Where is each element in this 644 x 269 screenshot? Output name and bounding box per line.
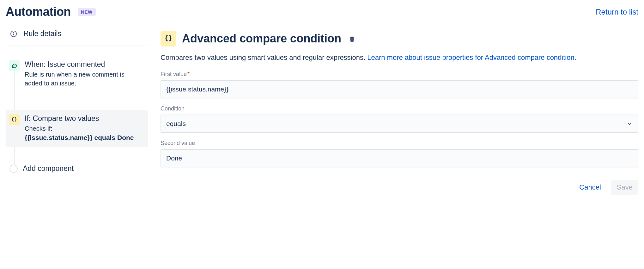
step-title: When: Issue commented [25, 60, 143, 69]
first-value-field: First value* [161, 71, 638, 98]
trash-icon [348, 35, 356, 42]
panel-desc-text: Compares two values using smart values a… [161, 53, 367, 61]
first-value-label: First value [161, 71, 187, 77]
rule-details-row[interactable]: Rule details [6, 25, 148, 46]
step-title: If: Compare two values [25, 114, 143, 123]
second-value-input[interactable] [161, 149, 638, 167]
condition-select[interactable] [161, 115, 638, 133]
svg-point-2 [13, 32, 14, 33]
step-desc-prefix: Checks if: [25, 125, 52, 132]
new-badge: NEW [78, 8, 96, 16]
second-value-label: Second value [161, 140, 638, 147]
header-left: Automation NEW [6, 5, 96, 19]
learn-more-link[interactable]: Learn more about issue properties for Ad… [367, 53, 576, 61]
braces-icon [9, 114, 20, 125]
step-body: When: Issue commented Rule is run when a… [25, 60, 143, 88]
second-value-field: Second value [161, 140, 638, 167]
step-desc: Rule is run when a new comment is added … [25, 70, 143, 88]
page-header: Automation NEW Return to list [6, 3, 638, 25]
page-title: Automation [6, 5, 71, 19]
save-button[interactable]: Save [611, 180, 638, 195]
first-value-input[interactable] [161, 80, 638, 98]
rule-details-label: Rule details [23, 29, 61, 38]
add-circle-icon [9, 165, 18, 173]
rule-flow: When: Issue commented Rule is run when a… [6, 46, 148, 173]
panel-title: Advanced compare condition [182, 32, 341, 45]
required-asterisk: * [187, 71, 190, 77]
step-body: If: Compare two values Checks if: {{issu… [25, 114, 143, 142]
delete-condition-button[interactable] [347, 34, 357, 44]
rule-sidebar: Rule details When: Issue commented [6, 25, 148, 195]
field-label: First value* [161, 71, 638, 78]
step-desc: Checks if: {{issue.status.name}} equals … [25, 124, 143, 142]
add-component-button[interactable]: Add component [6, 164, 148, 173]
step-desc-bold: {{issue.status.name}} equals Done [25, 134, 134, 141]
panel-header: Advanced compare condition [161, 31, 638, 47]
condition-field: Condition [161, 105, 638, 133]
condition-select-wrap [161, 115, 638, 133]
panel-footer-actions: Cancel Save [161, 180, 638, 195]
braces-icon [161, 31, 176, 47]
condition-label: Condition [161, 105, 638, 112]
cancel-button[interactable]: Cancel [574, 180, 606, 195]
rule-step-condition[interactable]: If: Compare two values Checks if: {{issu… [6, 110, 148, 147]
return-to-list-link[interactable]: Return to list [596, 8, 638, 16]
rule-step-trigger[interactable]: When: Issue commented Rule is run when a… [6, 56, 148, 93]
add-component-label: Add component [23, 164, 74, 173]
comment-icon [9, 60, 20, 71]
info-icon [10, 30, 17, 37]
panel-description: Compares two values using smart values a… [161, 52, 638, 63]
condition-editor-panel: Advanced compare condition Compares two … [161, 25, 638, 195]
